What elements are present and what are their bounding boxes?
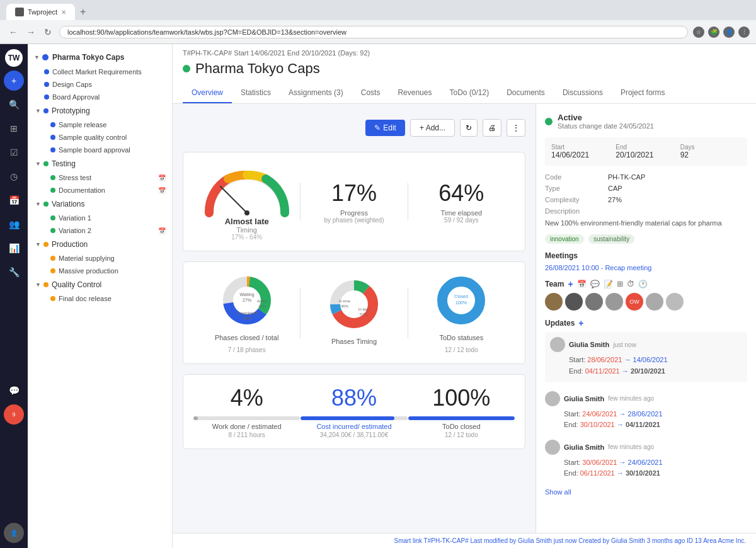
tab-documents[interactable]: Documents (498, 83, 554, 103)
section-status-dot (43, 242, 49, 247)
updates-add-button[interactable]: + (578, 318, 583, 328)
code-key: Code (545, 173, 608, 181)
extension-icon[interactable]: 🧩 (708, 26, 719, 38)
tree-item[interactable]: Design Caps (28, 78, 172, 91)
tree-item[interactable]: Material supplying (28, 252, 172, 265)
work-done-label: Work done / estimated (212, 423, 282, 430)
sidebar-search-button[interactable]: 🔍 (4, 94, 24, 115)
calendar-icon: 📅 (158, 174, 166, 181)
meeting-link[interactable]: 26/08/2021 10:00 - Recap meeting (545, 264, 747, 271)
team-add-button[interactable]: + (568, 279, 573, 289)
tree-section-production[interactable]: ▼ Production (28, 237, 172, 252)
tab-statistics[interactable]: Statistics (232, 83, 280, 103)
update-header-1: Giulia Smith just now (550, 337, 742, 352)
tree-item[interactable]: Documentation 📅 (28, 184, 172, 197)
timing-gauge (197, 163, 297, 219)
star-icon[interactable]: ☆ (693, 26, 704, 38)
sidebar-user-button[interactable]: 👤 (4, 523, 24, 543)
tab-overview[interactable]: Overview (183, 83, 232, 103)
tab-assignments[interactable]: Assignments (3) (280, 83, 352, 103)
tree-item[interactable]: Stress test 📅 (28, 171, 172, 184)
update-time-2: few minutes ago (608, 395, 654, 402)
tab-project-forms[interactable]: Project forms (612, 83, 674, 103)
footer-smart-link-label: Smart link (394, 537, 424, 544)
section-status-dot (43, 202, 49, 207)
more-button[interactable]: ⋮ (507, 119, 525, 137)
tree-item[interactable]: Collect Market Requirements (28, 66, 172, 78)
team-table-icon[interactable]: ⊞ (617, 280, 623, 288)
sidebar-chat-button[interactable]: 💬 (4, 380, 24, 401)
edit-button[interactable]: ✎ Edit (365, 120, 405, 136)
tab-costs[interactable]: Costs (352, 83, 389, 103)
team-time-icon[interactable]: ⏱ (627, 280, 634, 288)
tree-item[interactable]: Sample release (28, 118, 172, 131)
sidebar-people-button[interactable]: 👥 (4, 214, 24, 234)
todo-closed-value: 100% (432, 385, 490, 411)
sidebar-todo-button[interactable]: ☑ (4, 142, 24, 163)
team-note-icon[interactable]: 📝 (604, 280, 613, 288)
svg-point-1 (244, 210, 249, 215)
tab-todo[interactable]: ToDo (0/12) (440, 83, 498, 103)
sidebar-chart-button[interactable]: 📊 (4, 238, 24, 258)
tree-item[interactable]: Variation 1 (28, 212, 172, 224)
footer-area-label: Area (703, 537, 718, 544)
tree-item[interactable]: Final doc release (28, 292, 172, 305)
tree-section-prototyping[interactable]: ▼ Prototyping (28, 103, 172, 118)
sidebar-calendar-button[interactable]: 📅 (4, 190, 24, 210)
browser-tab[interactable]: Twproject ✕ (6, 4, 75, 20)
code-val: PH-TK-CAP (608, 173, 645, 181)
tree-item[interactable]: Variation 2 📅 (28, 224, 172, 237)
tree-item[interactable]: Massive production (28, 265, 172, 277)
left-panel: ✎ Edit + Add... ↻ 🖨 ⋮ (173, 104, 536, 533)
tab-close-icon[interactable]: ✕ (61, 9, 66, 16)
tree-item[interactable]: Sample board approval (28, 144, 172, 156)
sidebar-tools-button[interactable]: 🔧 (4, 262, 24, 282)
tab-discussions[interactable]: Discussions (554, 83, 612, 103)
team-calendar-icon[interactable]: 📅 (577, 280, 587, 288)
section-label: Testing (52, 159, 76, 168)
active-badge (545, 118, 553, 125)
project-tree-header[interactable]: ▼ Pharma Tokyo Caps (28, 49, 172, 66)
tree-item[interactable]: Sample quality control (28, 131, 172, 144)
show-all-link[interactable]: Show all (545, 488, 747, 496)
sidebar-add-button[interactable]: + (4, 71, 24, 91)
profile-icon[interactable]: 👤 (723, 26, 735, 38)
days-label: Days: 92 (340, 49, 367, 57)
tree-item[interactable]: Board Approval (28, 91, 172, 103)
work-done-stat: 4% Work done / estimated 8 / 211 hours (193, 385, 300, 438)
new-tab-button[interactable]: + (75, 4, 91, 20)
todo-closed-progress-bar (408, 416, 515, 420)
main-content: T#PH-TK-CAP# Start 14/06/2021 End 20/10/… (173, 44, 756, 548)
url-bar[interactable] (59, 26, 688, 38)
team-avatar-1 (545, 293, 563, 311)
bottom-stats: 4% Work done / estimated 8 / 211 hours 8… (183, 374, 525, 449)
svg-text:Closed: Closed (454, 294, 468, 299)
tree-item-label: Final doc release (59, 295, 112, 302)
start-date: 14/06/2021 (551, 151, 589, 159)
print-button[interactable]: 🖨 (483, 119, 501, 137)
days-label: Days (680, 144, 741, 151)
sidebar-notification-button[interactable]: 9 (4, 404, 24, 425)
status-row: Active Status change date 24/05/2021 (545, 113, 747, 130)
sidebar-grid-button[interactable]: ⊞ (4, 118, 24, 139)
content-body: ✎ Edit + Add... ↻ 🖨 ⋮ (173, 104, 756, 533)
team-clock-icon[interactable]: 🕐 (638, 280, 648, 288)
svg-text:In time: In time (339, 299, 351, 303)
start-label: Start (551, 144, 612, 151)
phases-closed-chart: Waiting 27% Active 33% Completed 38% Pha… (193, 272, 300, 353)
sidebar-clock-button[interactable]: ◷ (4, 166, 24, 186)
todo-closed-fill (408, 416, 515, 420)
refresh-button[interactable]: ↻ (42, 26, 54, 38)
menu-icon[interactable]: ⋮ (738, 26, 750, 38)
progress-stat: 17% Progress by phases (weighted) (301, 180, 407, 224)
tab-revenues[interactable]: Revenues (389, 83, 440, 103)
rotate-button[interactable]: ↻ (460, 119, 478, 137)
team-chat-icon[interactable]: 💬 (590, 280, 600, 288)
tree-section-testing[interactable]: ▼ Testing (28, 156, 172, 171)
add-button[interactable]: + Add... (410, 119, 455, 137)
tree-section-variations[interactable]: ▼ Variations (28, 197, 172, 212)
tree-expand-icon: ▼ (35, 201, 41, 207)
back-button[interactable]: ← (6, 26, 20, 38)
tree-section-quality-control[interactable]: ▼ Quality Control (28, 277, 172, 292)
forward-button[interactable]: → (24, 26, 38, 38)
